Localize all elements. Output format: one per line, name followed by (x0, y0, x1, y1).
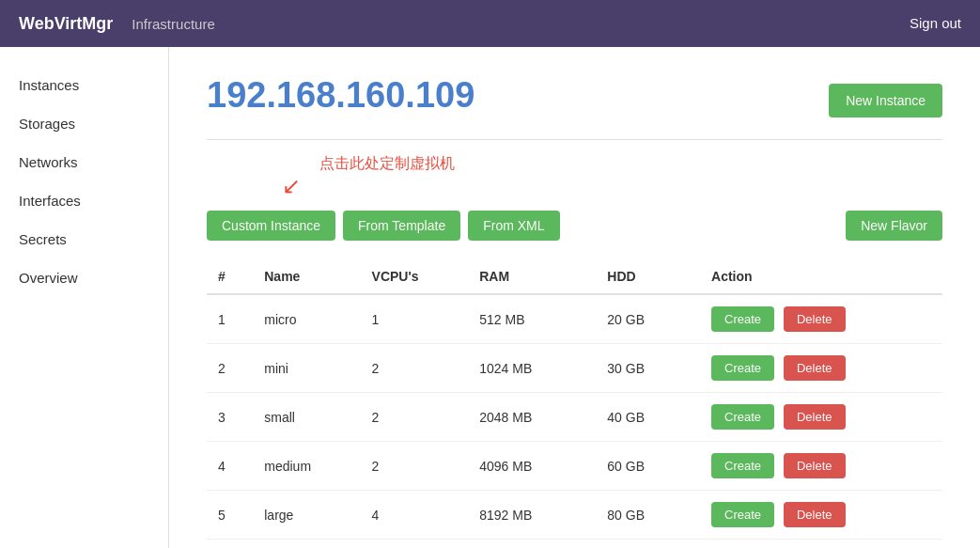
cell-num: 5 (207, 491, 253, 540)
navbar-right: Sign out (910, 15, 961, 32)
sidebar-item-overview[interactable]: Overview (0, 258, 168, 297)
cell-action: Create Delete (700, 540, 942, 549)
col-name: Name (253, 259, 360, 294)
sidebar: Instances Storages Networks Interfaces S… (0, 47, 169, 548)
col-vcpu: VCPU's (361, 259, 469, 294)
new-flavor-button[interactable]: New Flavor (846, 211, 942, 241)
main-content: 192.168.160.109 New Instance 点击此处定制虚拟机 ↙… (169, 47, 980, 548)
create-button-2[interactable]: Create (711, 355, 774, 381)
annotation-text: 点击此处定制虚拟机 (319, 154, 455, 174)
sidebar-item-instances[interactable]: Instances (0, 66, 168, 104)
annotation-arrow: ↙ (282, 173, 301, 199)
cell-ram: 1024 MB (468, 344, 596, 393)
cell-ram: 4096 MB (468, 442, 596, 491)
delete-button-3[interactable]: Delete (784, 404, 846, 430)
col-num: # (207, 259, 253, 294)
new-instance-button[interactable]: New Instance (829, 84, 942, 117)
cell-hdd: 160 GB (596, 540, 700, 549)
delete-button-4[interactable]: Delete (784, 453, 846, 478)
cell-hdd: 20 GB (596, 294, 700, 344)
cell-ram: 512 MB (468, 294, 596, 344)
cell-num: 3 (207, 393, 253, 442)
cell-hdd: 60 GB (596, 442, 700, 491)
cell-name: micro (253, 294, 360, 344)
cell-hdd: 40 GB (596, 393, 700, 442)
cell-action: Create Delete (700, 442, 942, 491)
cell-name: large (253, 491, 360, 540)
cell-action: Create Delete (700, 393, 942, 442)
annotation-area: 点击此处定制虚拟机 ↙ (207, 154, 942, 201)
action-buttons-left: Custom Instance From Template From XML (207, 211, 560, 241)
cell-ram: 8192 MB (468, 491, 596, 540)
navbar-section: Infrastructure (132, 16, 214, 32)
cell-action: Create Delete (700, 344, 942, 393)
table-header-row: # Name VCPU's RAM HDD Action (207, 259, 942, 294)
col-ram: RAM (468, 259, 596, 294)
cell-vcpu: 4 (361, 491, 469, 540)
sidebar-item-interfaces[interactable]: Interfaces (0, 181, 168, 220)
delete-button-1[interactable]: Delete (784, 306, 846, 332)
cell-name: medium (253, 442, 360, 491)
sidebar-item-storages[interactable]: Storages (0, 104, 168, 143)
cell-hdd: 30 GB (596, 344, 700, 393)
cell-action: Create Delete (700, 294, 942, 344)
table-row: 6 xlarge 8 16384 MB 160 GB Create Delete (207, 540, 942, 549)
create-button-5[interactable]: Create (711, 502, 774, 527)
cell-vcpu: 2 (361, 344, 469, 393)
create-button-4[interactable]: Create (711, 453, 774, 478)
cell-num: 2 (207, 344, 253, 393)
create-button-1[interactable]: Create (711, 306, 774, 332)
delete-button-5[interactable]: Delete (784, 502, 846, 527)
cell-vcpu: 2 (361, 393, 469, 442)
from-xml-button[interactable]: From XML (468, 211, 559, 241)
layout: Instances Storages Networks Interfaces S… (0, 47, 980, 548)
cell-vcpu: 1 (361, 294, 469, 344)
cell-action: Create Delete (700, 491, 942, 540)
cell-ram: 2048 MB (468, 393, 596, 442)
cell-vcpu: 8 (361, 540, 469, 549)
cell-name: mini (253, 344, 360, 393)
table-row: 4 medium 2 4096 MB 60 GB Create Delete (207, 442, 942, 491)
signout-link[interactable]: Sign out (910, 15, 961, 31)
cell-name: small (253, 393, 360, 442)
flavors-table: # Name VCPU's RAM HDD Action 1 micro 1 5… (207, 259, 942, 548)
action-buttons-row: Custom Instance From Template From XML N… (207, 211, 942, 241)
sidebar-item-networks[interactable]: Networks (0, 143, 168, 181)
ip-heading: 192.168.160.109 (207, 75, 474, 116)
table-row: 5 large 4 8192 MB 80 GB Create Delete (207, 491, 942, 540)
col-hdd: HDD (596, 259, 700, 294)
cell-vcpu: 2 (361, 442, 469, 491)
sidebar-item-secrets[interactable]: Secrets (0, 220, 168, 258)
create-button-3[interactable]: Create (711, 404, 774, 430)
delete-button-2[interactable]: Delete (784, 355, 846, 381)
from-template-button[interactable]: From Template (343, 211, 460, 241)
cell-hdd: 80 GB (596, 491, 700, 540)
col-action: Action (700, 259, 942, 294)
cell-ram: 16384 MB (468, 540, 596, 549)
cell-num: 1 (207, 294, 253, 344)
table-row: 3 small 2 2048 MB 40 GB Create Delete (207, 393, 942, 442)
cell-num: 4 (207, 442, 253, 491)
custom-instance-button[interactable]: Custom Instance (207, 211, 335, 241)
cell-num: 6 (207, 540, 253, 549)
cell-name: xlarge (253, 540, 360, 549)
header-row: 192.168.160.109 New Instance (207, 75, 942, 140)
navbar: WebVirtMgr Infrastructure Sign out (0, 0, 980, 47)
navbar-brand: WebVirtMgr (19, 14, 113, 34)
table-row: 2 mini 2 1024 MB 30 GB Create Delete (207, 344, 942, 393)
table-row: 1 micro 1 512 MB 20 GB Create Delete (207, 294, 942, 344)
